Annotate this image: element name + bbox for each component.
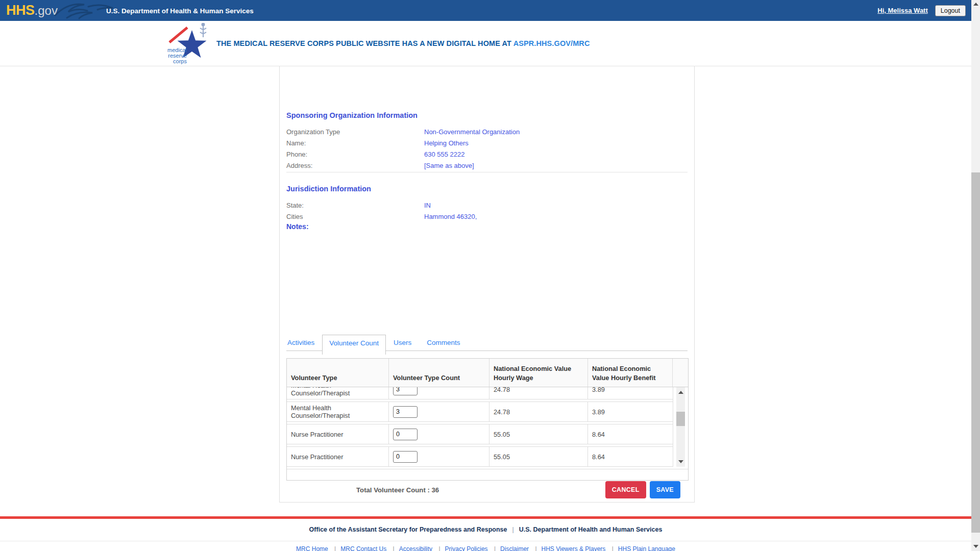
footer-link[interactable]: Privacy Policies bbox=[434, 545, 487, 551]
caduceus-icon bbox=[200, 23, 206, 38]
volunteer-count-input[interactable] bbox=[393, 406, 418, 418]
cell-hourly-benefit: 8.64 bbox=[588, 447, 673, 466]
mrc-banner-message: THE MEDICAL RESERVE CORPS PUBLIC WEBSITE… bbox=[216, 39, 590, 47]
logo-word-corps: corps bbox=[173, 58, 187, 64]
table-rows: Mental Health Counselor/Therapist 24.78 … bbox=[287, 387, 673, 467]
footer-link[interactable]: Accessibility bbox=[388, 545, 432, 551]
field-row: Phone: 630 555 2222 bbox=[286, 148, 688, 160]
footer-links: MRC Home MRC Contact Us Accessibility Pr… bbox=[0, 545, 971, 551]
tab[interactable]: Comments bbox=[419, 335, 468, 351]
detail-tabs: Activities Volunteer Count Users Comment… bbox=[286, 335, 688, 351]
cell-volunteer-type: Mental Health Counselor/Therapist bbox=[287, 402, 389, 421]
jurisdiction-section: Jurisdiction Information State: IN Citie… bbox=[286, 185, 688, 222]
field-label: Cities bbox=[286, 213, 424, 220]
tab[interactable]: Activities bbox=[286, 335, 322, 351]
cell-volunteer-type-count bbox=[389, 402, 489, 421]
table-scrollbar-track[interactable] bbox=[676, 387, 685, 467]
table-row: Mental Health Counselor/Therapist 24.78 … bbox=[287, 387, 673, 399]
cell-hourly-wage: 55.05 bbox=[489, 424, 588, 444]
col-header-nev-hourly-wage: National Economic Value Hourly Wage bbox=[489, 359, 588, 387]
header-spacer bbox=[673, 359, 688, 387]
table-header-row: Volunteer Type Volunteer Type Count Nati… bbox=[287, 359, 688, 387]
scroll-up-arrow[interactable] bbox=[676, 388, 685, 396]
table-scrollbar bbox=[673, 387, 688, 467]
hhs-gov-logo[interactable]: HHS.gov bbox=[6, 0, 58, 22]
sponsoring-organization-section: Sponsoring Organization Information Orga… bbox=[286, 111, 688, 171]
sponsor-section-title: Sponsoring Organization Information bbox=[286, 111, 688, 119]
volunteer-count-input[interactable] bbox=[393, 387, 418, 395]
tab[interactable]: Volunteer Count bbox=[322, 335, 386, 355]
user-greeting-link[interactable]: Hi, Melissa Watt bbox=[877, 7, 927, 14]
field-row: Organization Type Non-Governmental Organ… bbox=[286, 126, 688, 137]
table-row: Nurse Practitioner 55.05 8.64 bbox=[287, 446, 673, 467]
cell-volunteer-type: Mental Health Counselor/Therapist bbox=[287, 387, 389, 399]
footer-org-hhs: U.S. Department of Health and Human Serv… bbox=[519, 526, 663, 533]
browser-scrollbar-thumb[interactable] bbox=[971, 172, 980, 533]
cell-hourly-benefit: 3.89 bbox=[588, 387, 673, 399]
department-title: U.S. Department of Health & Human Servic… bbox=[106, 7, 254, 14]
cell-volunteer-type: Nurse Practitioner bbox=[287, 424, 389, 444]
top-bar-right: Hi, Melissa Watt Logout bbox=[877, 0, 966, 21]
jurisdiction-section-title: Jurisdiction Information bbox=[286, 185, 688, 193]
mrc-star-logo: medical reserve corps bbox=[158, 23, 211, 65]
field-label: State: bbox=[286, 202, 424, 209]
field-value: [Same as above] bbox=[424, 162, 474, 169]
field-label: Phone: bbox=[286, 151, 424, 158]
volunteer-count-input[interactable] bbox=[393, 451, 418, 463]
cell-volunteer-type: Nurse Practitioner bbox=[287, 447, 389, 466]
tab[interactable]: Users bbox=[386, 335, 419, 351]
footer-org-line: Office of the Assistant Secretary for Pr… bbox=[0, 526, 971, 533]
cell-volunteer-type-count bbox=[389, 447, 489, 466]
banner-message-text: THE MEDICAL RESERVE CORPS PUBLIC WEBSITE… bbox=[216, 39, 513, 47]
mrc-banner: medical reserve corps THE MEDICAL RESERV… bbox=[0, 21, 971, 66]
table-scroll-viewport: Mental Health Counselor/Therapist 24.78 … bbox=[287, 387, 688, 467]
field-value: Hammond 46320, bbox=[424, 213, 477, 220]
jurisdiction-fields: State: IN Cities Hammond 46320, bbox=[286, 199, 688, 222]
field-row: Cities Hammond 46320, bbox=[286, 211, 688, 222]
aspr-link[interactable]: ASPR.HHS.GOV/MRC bbox=[513, 39, 590, 47]
footer-red-divider bbox=[0, 516, 971, 519]
notes-title: Notes: bbox=[286, 222, 309, 231]
page: HHS.gov U.S. Department of Health & Huma… bbox=[0, 0, 971, 551]
browser-scroll-up-arrow[interactable] bbox=[971, 0, 980, 9]
footer-link[interactable]: HHS Plain Language bbox=[607, 545, 675, 551]
browser-scrollbar[interactable] bbox=[971, 0, 980, 551]
scroll-down-arrow[interactable] bbox=[676, 458, 685, 466]
footer-separator: | bbox=[507, 526, 519, 533]
footer-org-aspr: Office of the Assistant Secretary for Pr… bbox=[309, 526, 507, 533]
content-panel: Sponsoring Organization Information Orga… bbox=[279, 66, 695, 503]
field-label: Address: bbox=[286, 162, 424, 169]
hhs-logo-text: HHS bbox=[6, 3, 35, 18]
section-divider bbox=[286, 172, 688, 172]
field-row: Name: Helping Others bbox=[286, 137, 688, 148]
col-header-nev-hourly-benefit: National Economic Value Hourly Benefit bbox=[588, 359, 673, 387]
save-button[interactable]: SAVE bbox=[650, 481, 680, 498]
browser-scroll-down-arrow[interactable] bbox=[971, 542, 980, 551]
cell-hourly-wage: 55.05 bbox=[489, 447, 588, 466]
footer-link[interactable]: MRC Contact Us bbox=[330, 545, 386, 551]
logout-button[interactable]: Logout bbox=[935, 5, 966, 16]
field-value: Non-Governmental Organization bbox=[424, 128, 520, 136]
field-value: Helping Others bbox=[424, 139, 469, 147]
col-header-volunteer-type-count: Volunteer Type Count bbox=[389, 359, 489, 387]
cancel-button[interactable]: CANCEL bbox=[605, 481, 646, 498]
top-bar: HHS.gov U.S. Department of Health & Huma… bbox=[0, 0, 971, 21]
col-header-volunteer-type: Volunteer Type bbox=[287, 359, 389, 387]
cell-volunteer-type-count bbox=[389, 424, 489, 444]
table-row: Mental Health Counselor/Therapist 24.78 … bbox=[287, 402, 673, 422]
cell-hourly-wage: 24.78 bbox=[489, 402, 588, 421]
footer-link[interactable]: Disclaimer bbox=[489, 545, 529, 551]
field-label: Name: bbox=[286, 139, 424, 147]
volunteer-count-input[interactable] bbox=[393, 429, 418, 440]
footer-link[interactable]: MRC Home bbox=[296, 545, 328, 551]
table-scrollbar-thumb[interactable] bbox=[676, 412, 685, 426]
action-buttons: CANCEL SAVE bbox=[605, 481, 680, 498]
cell-hourly-wage: 24.78 bbox=[489, 387, 588, 399]
cell-hourly-benefit: 8.64 bbox=[588, 424, 673, 444]
table-row: Nurse Practitioner 55.05 8.64 bbox=[287, 424, 673, 444]
footer-link[interactable]: HHS Viewers & Players bbox=[530, 545, 605, 551]
volunteer-count-table: Volunteer Type Volunteer Type Count Nati… bbox=[286, 358, 689, 481]
field-value: 630 555 2222 bbox=[424, 151, 465, 158]
footer-rule bbox=[0, 541, 971, 541]
field-label: Organization Type bbox=[286, 128, 424, 136]
